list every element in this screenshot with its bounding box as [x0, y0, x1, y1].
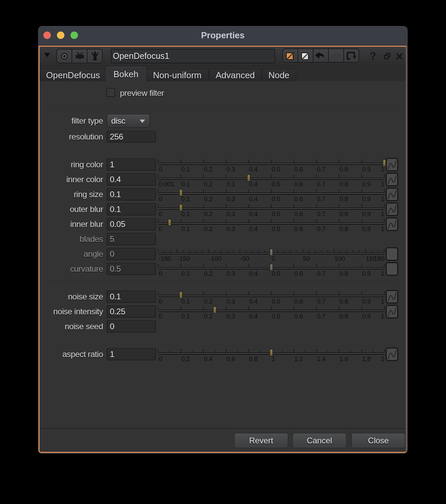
svg-text:0.4: 0.4: [204, 355, 212, 362]
svg-text:180: 180: [374, 255, 384, 262]
svg-text:0.6: 0.6: [226, 355, 235, 362]
svg-text:50: 50: [303, 255, 310, 262]
svg-text:0.2: 0.2: [204, 298, 212, 305]
svg-text:0.2: 0.2: [204, 225, 212, 232]
svg-text:0.5: 0.5: [272, 166, 281, 173]
svg-text:100: 100: [334, 255, 345, 262]
svg-text:0.1: 0.1: [181, 210, 190, 217]
svg-text:0.2: 0.2: [204, 313, 212, 320]
svg-text:0.8: 0.8: [340, 195, 348, 203]
svg-text:0.5: 0.5: [272, 195, 281, 203]
svg-text:0.2: 0.2: [181, 355, 190, 362]
svg-text:0: 0: [159, 270, 162, 277]
svg-text:1: 1: [381, 195, 384, 203]
svg-text:0.3: 0.3: [226, 270, 235, 277]
svg-text:1: 1: [381, 298, 384, 305]
svg-text:0.8: 0.8: [340, 181, 348, 188]
svg-text:0.3: 0.3: [226, 298, 235, 305]
svg-text:0: 0: [159, 225, 162, 232]
svg-text:-50: -50: [240, 255, 249, 262]
svg-text:-150: -150: [178, 255, 190, 262]
svg-text:1: 1: [381, 270, 384, 277]
svg-text:1: 1: [381, 225, 384, 232]
svg-text:0.8: 0.8: [340, 210, 348, 217]
svg-text:0.7: 0.7: [317, 313, 326, 320]
svg-text:0.1: 0.1: [181, 166, 190, 173]
svg-text:0.001: 0.001: [159, 181, 174, 188]
svg-text:0.2: 0.2: [204, 181, 212, 188]
svg-text:0.7: 0.7: [317, 225, 326, 232]
svg-text:0.6: 0.6: [294, 181, 303, 188]
svg-text:0: 0: [272, 255, 275, 262]
svg-text:1.6: 1.6: [340, 355, 348, 362]
svg-text:0.9: 0.9: [362, 225, 371, 232]
svg-text:0.9: 0.9: [362, 166, 371, 173]
svg-text:0.4: 0.4: [249, 313, 258, 320]
svg-text:0.1: 0.1: [181, 225, 190, 232]
svg-text:0.8: 0.8: [340, 225, 348, 232]
svg-text:1: 1: [272, 355, 275, 362]
svg-text:0: 0: [159, 210, 162, 217]
svg-text:0.6: 0.6: [294, 298, 303, 305]
svg-text:0.2: 0.2: [204, 195, 212, 203]
svg-text:0.8: 0.8: [340, 313, 348, 320]
svg-text:0.1: 0.1: [181, 181, 190, 188]
svg-text:0.6: 0.6: [294, 225, 303, 232]
svg-text:0.5: 0.5: [272, 298, 281, 305]
svg-text:0.4: 0.4: [249, 166, 258, 173]
svg-text:0.5: 0.5: [272, 270, 281, 277]
svg-text:0.7: 0.7: [317, 298, 326, 305]
svg-text:0.4: 0.4: [249, 210, 258, 217]
svg-text:0.7: 0.7: [317, 181, 326, 188]
svg-text:0.1: 0.1: [181, 313, 190, 320]
svg-text:0.9: 0.9: [362, 195, 371, 203]
svg-text:0.8: 0.8: [340, 298, 348, 305]
svg-text:0.5: 0.5: [272, 181, 281, 188]
svg-text:0.3: 0.3: [226, 210, 235, 217]
svg-text:2: 2: [381, 355, 384, 362]
svg-text:1: 1: [381, 313, 384, 320]
svg-text:0.6: 0.6: [294, 210, 303, 217]
svg-text:0.4: 0.4: [249, 195, 258, 203]
svg-text:0.5: 0.5: [272, 313, 281, 320]
svg-text:0.2: 0.2: [204, 210, 212, 217]
svg-text:0.6: 0.6: [294, 270, 303, 277]
svg-text:0.3: 0.3: [226, 225, 235, 232]
svg-text:0.2: 0.2: [204, 166, 212, 173]
svg-text:0.3: 0.3: [226, 181, 235, 188]
svg-text:0.1: 0.1: [181, 195, 190, 203]
svg-text:0.6: 0.6: [294, 195, 303, 203]
svg-text:0: 0: [159, 166, 162, 173]
svg-text:0.2: 0.2: [204, 270, 212, 277]
svg-text:0.9: 0.9: [362, 298, 371, 305]
svg-text:1: 1: [381, 181, 384, 188]
svg-text:0.4: 0.4: [249, 298, 258, 305]
svg-text:0.6: 0.6: [294, 313, 303, 320]
svg-text:0.7: 0.7: [317, 270, 326, 277]
svg-text:0: 0: [159, 195, 162, 203]
svg-text:0: 0: [159, 313, 162, 320]
svg-text:0.5: 0.5: [272, 210, 281, 217]
svg-text:0: 0: [159, 298, 162, 305]
svg-text:0.7: 0.7: [317, 166, 326, 173]
svg-text:1.2: 1.2: [294, 355, 303, 362]
svg-text:1.8: 1.8: [362, 355, 371, 362]
svg-text:0.5: 0.5: [272, 225, 281, 232]
svg-text:0.4: 0.4: [249, 225, 258, 232]
svg-text:0.3: 0.3: [226, 166, 235, 173]
svg-text:0.9: 0.9: [362, 210, 371, 217]
svg-text:1.4: 1.4: [317, 355, 326, 362]
svg-text:0.8: 0.8: [340, 270, 348, 277]
svg-text:0.9: 0.9: [362, 270, 371, 277]
svg-text:0.7: 0.7: [317, 195, 326, 203]
svg-text:0.8: 0.8: [340, 166, 348, 173]
svg-text:-100: -100: [209, 255, 221, 262]
svg-text:0.9: 0.9: [362, 313, 371, 320]
svg-text:0: 0: [159, 355, 162, 362]
svg-text:0.1: 0.1: [181, 298, 190, 305]
svg-text:0.4: 0.4: [249, 270, 258, 277]
svg-text:-180: -180: [159, 255, 171, 262]
svg-text:0.9: 0.9: [362, 181, 371, 188]
svg-text:0.8: 0.8: [249, 355, 258, 362]
svg-text:0.7: 0.7: [317, 210, 326, 217]
